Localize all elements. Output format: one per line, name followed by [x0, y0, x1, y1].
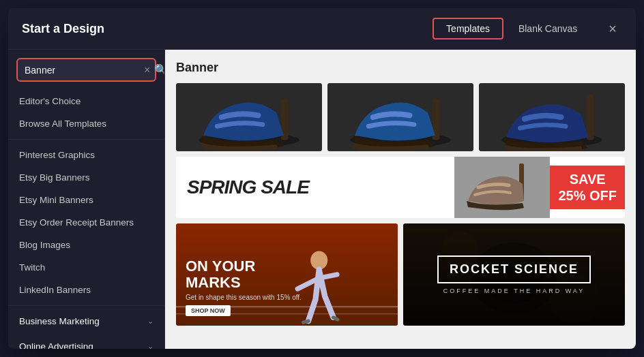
- spring-sale-badge: SAVE 25% OFF: [550, 166, 625, 209]
- on-your-marks-shop-now[interactable]: SHOP NOW: [186, 305, 231, 316]
- search-input[interactable]: [25, 65, 144, 76]
- spring-sale-text: SPRING SALE: [187, 176, 309, 198]
- rocket-science-subtitle: COFFEE MADE THE HARD WAY: [443, 288, 585, 294]
- on-your-marks-title-line1: ON YOUR: [186, 258, 388, 275]
- search-box[interactable]: × 🔍: [16, 58, 156, 82]
- on-your-marks-text: ON YOUR MARKS Get in shape this season w…: [186, 258, 388, 316]
- start-a-design-modal: Start a Design Templates Blank Canvas × …: [8, 8, 636, 349]
- sidebar-divider-1: [8, 139, 164, 140]
- sidebar-item-pinterest-graphics[interactable]: Pinterest Graphics: [8, 144, 164, 166]
- close-button[interactable]: ×: [603, 18, 622, 40]
- on-your-marks-title-line2: MARKS: [186, 275, 388, 291]
- svg-rect-8: [587, 95, 594, 140]
- tab-group: Templates Blank Canvas: [433, 18, 589, 40]
- spring-sale-text-area: SPRING SALE: [176, 171, 434, 204]
- sidebar-nav: Editor's Choice Browse All Templates Pin…: [8, 90, 164, 349]
- sidebar-item-online-advertising[interactable]: Online Advertising ⌄: [8, 335, 164, 349]
- spring-sale-shoe-area: [454, 157, 550, 218]
- modal-title: Start a Design: [22, 22, 104, 36]
- banner-item-on-your-marks[interactable]: ON YOUR MARKS Get in shape this season w…: [176, 223, 398, 326]
- sidebar-item-etsy-big-banners[interactable]: Etsy Big Banners: [8, 166, 164, 189]
- content-title: Banner: [176, 61, 625, 75]
- sidebar-item-etsy-order-receipt[interactable]: Etsy Order Receipt Banners: [8, 211, 164, 234]
- spring-sale-arrow: [434, 157, 454, 218]
- sidebar-divider-2: [8, 305, 164, 306]
- tab-blank-canvas[interactable]: Blank Canvas: [506, 18, 589, 40]
- search-icon[interactable]: 🔍: [154, 63, 165, 76]
- on-your-marks-subtitle: Get in shape this season with 15% off.: [186, 294, 388, 301]
- modal-header: Start a Design Templates Blank Canvas ×: [8, 8, 636, 50]
- chevron-down-icon: ⌄: [147, 342, 153, 349]
- rocket-science-title: ROCKET SCIENCE: [437, 255, 591, 283]
- search-clear-icon[interactable]: ×: [144, 64, 150, 76]
- banner-row-1: [176, 83, 625, 151]
- banner-item-rocket-science[interactable]: ROCKET SCIENCE COFFEE MADE THE HARD WAY: [403, 223, 625, 326]
- sidebar: × 🔍 Editor's Choice Browse All Templates…: [8, 50, 165, 349]
- sidebar-item-twitch[interactable]: Twitch: [8, 256, 164, 279]
- sidebar-item-editors-choice[interactable]: Editor's Choice: [8, 90, 164, 112]
- content-area: Banner: [165, 50, 636, 349]
- banner-row-3: ON YOUR MARKS Get in shape this season w…: [176, 223, 625, 326]
- tab-templates[interactable]: Templates: [433, 18, 503, 40]
- banner-item-spring-sale[interactable]: SPRING SALE: [176, 157, 625, 218]
- sidebar-item-linkedin-banners[interactable]: LinkedIn Banners: [8, 279, 164, 301]
- sidebar-item-blog-images[interactable]: Blog Images: [8, 234, 164, 256]
- sidebar-item-etsy-mini-banners[interactable]: Etsy Mini Banners: [8, 189, 164, 211]
- banner-item-shoe-1[interactable]: [176, 83, 322, 151]
- banner-item-shoe-3[interactable]: [479, 83, 625, 151]
- sidebar-item-business-marketing[interactable]: Business Marketing ⌄: [8, 310, 164, 332]
- banner-grid: SPRING SALE: [176, 83, 625, 326]
- banner-item-shoe-2[interactable]: [327, 83, 473, 151]
- modal-body: × 🔍 Editor's Choice Browse All Templates…: [8, 50, 636, 349]
- chevron-down-icon: ⌄: [147, 317, 153, 326]
- sidebar-item-browse-all[interactable]: Browse All Templates: [8, 112, 164, 135]
